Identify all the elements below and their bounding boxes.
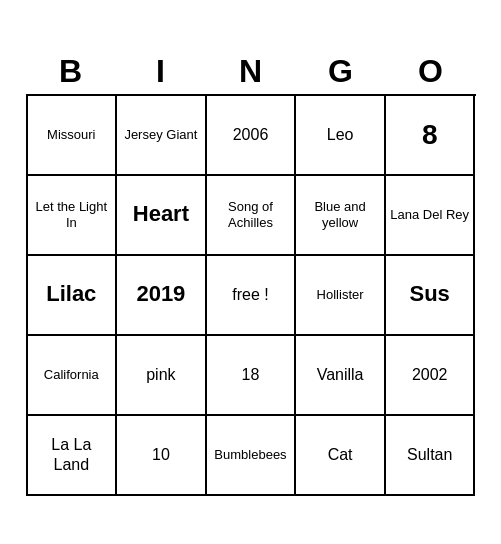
bingo-cell: Hollister bbox=[296, 256, 386, 336]
bingo-cell: La La Land bbox=[28, 416, 118, 496]
bingo-cell: 2006 bbox=[207, 96, 297, 176]
bingo-cell: pink bbox=[117, 336, 207, 416]
bingo-cell: 18 bbox=[207, 336, 297, 416]
header-letter: B bbox=[26, 49, 116, 94]
bingo-cell: Song of Achilles bbox=[207, 176, 297, 256]
bingo-cell: Sus bbox=[386, 256, 476, 336]
bingo-cell: Leo bbox=[296, 96, 386, 176]
bingo-cell: Lilac bbox=[28, 256, 118, 336]
bingo-cell: Heart bbox=[117, 176, 207, 256]
bingo-cell: Bumblebees bbox=[207, 416, 297, 496]
bingo-cell: Sultan bbox=[386, 416, 476, 496]
bingo-grid: MissouriJersey Giant2006Leo8Let the Ligh… bbox=[26, 94, 476, 496]
bingo-cell: 2019 bbox=[117, 256, 207, 336]
bingo-cell: Missouri bbox=[28, 96, 118, 176]
bingo-cell: Lana Del Rey bbox=[386, 176, 476, 256]
bingo-cell: Cat bbox=[296, 416, 386, 496]
bingo-cell: free ! bbox=[207, 256, 297, 336]
bingo-cell: 8 bbox=[386, 96, 476, 176]
bingo-cell: Vanilla bbox=[296, 336, 386, 416]
bingo-header: BINGO bbox=[26, 49, 476, 94]
bingo-cell: California bbox=[28, 336, 118, 416]
bingo-cell: 10 bbox=[117, 416, 207, 496]
bingo-cell: Jersey Giant bbox=[117, 96, 207, 176]
header-letter: N bbox=[206, 49, 296, 94]
header-letter: O bbox=[386, 49, 476, 94]
bingo-container: BINGO MissouriJersey Giant2006Leo8Let th… bbox=[16, 39, 486, 506]
header-letter: I bbox=[116, 49, 206, 94]
bingo-cell: Blue and yellow bbox=[296, 176, 386, 256]
header-letter: G bbox=[296, 49, 386, 94]
bingo-cell: Let the Light In bbox=[28, 176, 118, 256]
bingo-cell: 2002 bbox=[386, 336, 476, 416]
